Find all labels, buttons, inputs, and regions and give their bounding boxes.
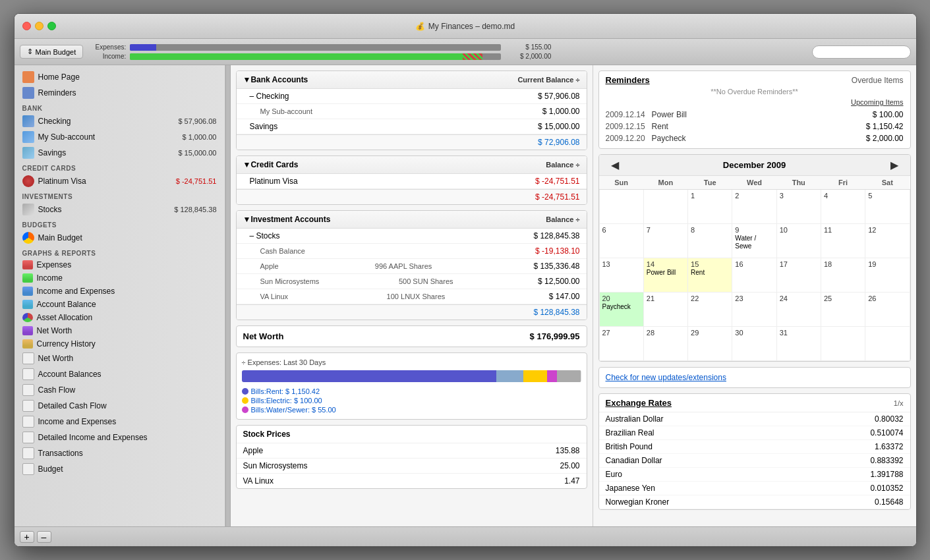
reminders-header: Reminders Overdue Items bbox=[606, 75, 904, 85]
net-worth-label: Net Worth bbox=[243, 331, 284, 341]
sidebar-item-stocks[interactable]: Stocks $ 128,845.38 bbox=[15, 202, 225, 217]
legend-link-electric[interactable]: Bills:Electric: $ 100.00 bbox=[251, 397, 322, 405]
cal-cell[interactable]: 23 bbox=[732, 293, 776, 327]
cal-cell[interactable]: 11 bbox=[821, 224, 865, 258]
legend-link-rent[interactable]: Bills:Rent: $ 1,150.42 bbox=[251, 387, 320, 395]
sidebar-item-net-worth-graph[interactable]: Net Worth bbox=[15, 324, 225, 337]
cal-cell-rent[interactable]: 15Rent bbox=[688, 258, 732, 293]
cal-cell[interactable] bbox=[643, 190, 687, 224]
legend-dot-electric bbox=[242, 397, 248, 404]
sidebar-item-subaccount[interactable]: My Sub-account $ 1,000.00 bbox=[15, 129, 225, 145]
account-balance-chart-icon bbox=[22, 300, 33, 309]
investment-total: $ 128,845.38 bbox=[533, 308, 579, 317]
cal-cell[interactable]: 13 bbox=[599, 258, 643, 293]
add-button[interactable]: + bbox=[20, 531, 34, 543]
cal-week-2: 6 7 8 9Water / Sewe 10 11 12 bbox=[599, 224, 910, 258]
search-input[interactable] bbox=[812, 45, 911, 59]
minimize-button[interactable] bbox=[35, 22, 44, 30]
cal-cell[interactable]: 30 bbox=[732, 327, 776, 361]
cal-cell[interactable]: 10 bbox=[776, 224, 821, 258]
sidebar-item-savings[interactable]: Savings $ 15,000.00 bbox=[15, 145, 225, 161]
investment-collapse-icon[interactable]: ▼ bbox=[243, 215, 251, 224]
reminder-icon bbox=[22, 87, 34, 99]
exchange-rate-label: 1/x bbox=[894, 399, 904, 407]
income-bar-row: Income: $ 2,000.00 bbox=[90, 53, 551, 60]
cal-header-sat: Sat bbox=[865, 176, 910, 190]
bottom-bar: + – bbox=[15, 526, 916, 546]
cal-cell[interactable]: 27 bbox=[599, 327, 643, 361]
cal-cell[interactable]: 18 bbox=[821, 258, 865, 293]
sidebar-item-net-worth-report[interactable]: Net Worth bbox=[15, 350, 225, 366]
expense-seg-rent bbox=[242, 370, 496, 382]
legend-dot-water bbox=[242, 406, 248, 413]
cal-cell[interactable]: 9Water / Sewe bbox=[732, 224, 776, 258]
title-bar: 💰 My Finances – demo.md bbox=[15, 14, 916, 39]
cal-cell[interactable]: 19 bbox=[865, 258, 910, 293]
cal-cell[interactable]: 5 bbox=[865, 190, 910, 224]
sidebar-item-home[interactable]: Home Page bbox=[15, 69, 225, 85]
sidebar-item-cash-flow-report[interactable]: Cash Flow bbox=[15, 382, 225, 398]
remove-button[interactable]: – bbox=[37, 531, 51, 543]
legend-link-water[interactable]: Bills:Water/Sewer: $ 55.00 bbox=[251, 406, 336, 414]
cal-cell[interactable]: 2 bbox=[732, 190, 776, 224]
cal-cell[interactable]: 6 bbox=[599, 224, 643, 258]
cal-cell[interactable]: 1 bbox=[688, 190, 732, 224]
cal-cell[interactable]: 25 bbox=[821, 293, 865, 327]
cal-cell[interactable]: 3 bbox=[776, 190, 821, 224]
stock-prices-section: Stock Prices Apple 135.88 Sun Microsyste… bbox=[236, 425, 587, 489]
cal-cell-today[interactable]: 7 bbox=[643, 224, 687, 258]
budget-button[interactable]: ⇕ Main Budget bbox=[20, 45, 84, 59]
cal-cell[interactable]: 4 bbox=[821, 190, 865, 224]
sidebar-item-checking[interactable]: Checking $ 57,906.08 bbox=[15, 113, 225, 129]
sidebar-item-income-expenses[interactable]: Income and Expenses bbox=[15, 285, 225, 298]
cal-cell[interactable]: 12 bbox=[865, 224, 910, 258]
sun-row: Sun Microsystems 500 SUN Shares $ 12,500… bbox=[237, 274, 587, 289]
sidebar-item-income-expenses-report[interactable]: Income and Expenses bbox=[15, 414, 225, 430]
updates-link[interactable]: Check for new updates/extensions bbox=[606, 373, 726, 382]
budget-doc-icon bbox=[22, 463, 34, 475]
legend-item-water: Bills:Water/Sewer: $ 55.00 bbox=[242, 406, 581, 414]
cal-cell[interactable] bbox=[821, 327, 865, 361]
sidebar-item-account-balance[interactable]: Account Balance bbox=[15, 298, 225, 311]
sidebar-resize-handle[interactable] bbox=[225, 65, 231, 526]
cal-cell[interactable] bbox=[865, 327, 910, 361]
close-button[interactable] bbox=[22, 22, 31, 30]
calendar-next-button[interactable]: ▶ bbox=[885, 159, 904, 171]
credit-collapse-icon[interactable]: ▼ bbox=[243, 160, 251, 169]
sidebar-item-detailed-cash-flow-report[interactable]: Detailed Cash Flow bbox=[15, 398, 225, 414]
sidebar-item-currency-history[interactable]: Currency History bbox=[15, 337, 225, 350]
exchange-rates-header: Exchange Rates 1/x bbox=[599, 394, 910, 412]
sidebar-item-income[interactable]: Income bbox=[15, 271, 225, 285]
sidebar-item-reminders[interactable]: Reminders bbox=[15, 85, 225, 101]
sidebar-item-asset-allocation[interactable]: Asset Allocation bbox=[15, 311, 225, 324]
overdue-label: Overdue Items bbox=[852, 76, 904, 85]
sidebar-item-transactions-report[interactable]: Transactions bbox=[15, 445, 225, 461]
bank-collapse-icon[interactable]: ▼ bbox=[243, 75, 251, 84]
cal-cell[interactable]: 17 bbox=[776, 258, 821, 293]
cal-cell[interactable]: 22 bbox=[688, 293, 732, 327]
cal-cell-power-bill[interactable]: 14Power Bill bbox=[643, 258, 687, 293]
calendar-prev-button[interactable]: ◀ bbox=[606, 159, 624, 171]
expenses-chart-icon bbox=[22, 260, 33, 269]
cal-cell[interactable]: 26 bbox=[865, 293, 910, 327]
cal-cell[interactable]: 31 bbox=[776, 327, 821, 361]
cal-cell[interactable]: 21 bbox=[643, 293, 687, 327]
sidebar-item-main-budget[interactable]: Main Budget bbox=[15, 230, 225, 246]
cal-week-4: 20Paycheck 21 22 23 24 25 26 bbox=[599, 293, 910, 327]
maximize-button[interactable] bbox=[47, 22, 56, 30]
cal-cell[interactable]: 16 bbox=[732, 258, 776, 293]
sidebar-item-visa[interactable]: Platinum Visa $ -24,751.51 bbox=[15, 173, 225, 189]
sidebar-item-expenses[interactable]: Expenses bbox=[15, 258, 225, 271]
sidebar-item-budget-report[interactable]: Budget bbox=[15, 461, 225, 477]
cal-cell[interactable]: 8 bbox=[688, 224, 732, 258]
transactions-doc-icon bbox=[22, 447, 34, 459]
cal-cell[interactable]: 29 bbox=[688, 327, 732, 361]
cal-cell-paycheck[interactable]: 20Paycheck bbox=[599, 293, 643, 327]
cal-cell[interactable]: 28 bbox=[643, 327, 687, 361]
detailed-income-expenses-doc-icon bbox=[22, 432, 34, 443]
sidebar-item-detailed-income-expenses-report[interactable]: Detailed Income and Expenses bbox=[15, 430, 225, 445]
income-expenses-chart-icon bbox=[22, 287, 33, 296]
cal-cell[interactable] bbox=[599, 190, 643, 224]
cal-cell[interactable]: 24 bbox=[776, 293, 821, 327]
sidebar-item-account-balances-report[interactable]: Account Balances bbox=[15, 366, 225, 382]
